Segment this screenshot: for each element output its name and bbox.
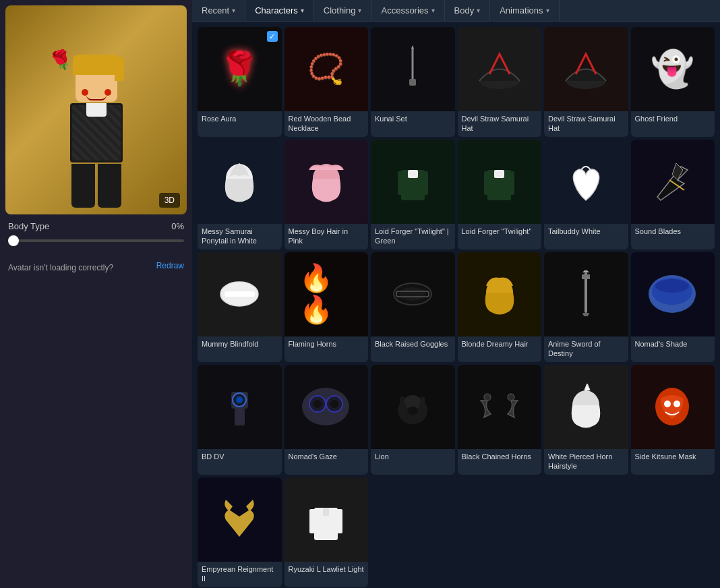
list-item[interactable]: 🌹 ✓ Rose Aura	[198, 27, 282, 137]
items-container[interactable]: 🌹 ✓ Rose Aura 📿 Red Wooden Bead Necklace…	[192, 22, 720, 588]
list-item[interactable]: 📿 Red Wooden Bead Necklace	[284, 27, 369, 137]
list-item[interactable]: Ryuzaki L Lawliet Light	[284, 477, 369, 587]
list-item[interactable]: Devil Straw Samurai Hat	[544, 27, 628, 137]
body-type-slider[interactable]	[8, 235, 184, 246]
item-image-area	[631, 365, 715, 449]
item-image-area	[458, 252, 542, 336]
list-item[interactable]: Mummy Blindfold	[198, 252, 282, 362]
list-item[interactable]: Black Raised Goggles	[371, 252, 455, 362]
item-image-area	[198, 365, 282, 449]
list-item[interactable]: Devil Straw Samurai Hat	[458, 27, 542, 137]
item-image	[646, 380, 700, 434]
nav-body-label: Body	[454, 5, 475, 16]
list-item[interactable]: Tailbuddy White	[544, 140, 628, 249]
svg-marker-1	[411, 45, 414, 49]
item-label: Devil Straw Samurai Hat	[458, 111, 542, 138]
redraw-button[interactable]: Redraw	[156, 261, 184, 270]
item-image-area	[544, 252, 628, 336]
list-item[interactable]: Black Chained Horns	[458, 365, 542, 475]
right-panel: Recent ▾ Characters ▾ Clothing ▾ Accesso…	[192, 0, 720, 588]
body-type-value: 0%	[171, 221, 184, 231]
svg-point-28	[236, 396, 243, 403]
item-label: Rose Aura	[198, 111, 282, 127]
svg-rect-14	[506, 171, 514, 195]
nav-recent-chevron: ▾	[232, 7, 235, 14]
item-image: 📿	[299, 42, 353, 96]
item-image	[473, 267, 527, 321]
list-item[interactable]: BD DV	[198, 365, 282, 475]
svg-rect-20	[396, 291, 429, 297]
svg-point-25	[655, 279, 689, 293]
item-image-area	[198, 477, 282, 562]
nav-item-body[interactable]: Body ▾	[445, 0, 491, 21]
nav-item-animations[interactable]: Animations ▾	[490, 0, 559, 21]
avatar-error-section: Avatar isn't loading correctly? Redraw	[5, 261, 187, 273]
item-image	[299, 380, 353, 434]
list-item[interactable]: Kunai Set	[371, 27, 455, 137]
item-label: Devil Straw Samurai Hat	[544, 111, 628, 138]
slider-thumb[interactable]	[8, 235, 19, 246]
list-item[interactable]: Empyrean Reignment II	[198, 477, 282, 587]
list-item[interactable]: Blonde Dreamy Hair	[458, 252, 542, 362]
svg-rect-9	[398, 171, 406, 195]
item-image: 👻	[646, 42, 700, 96]
list-item[interactable]: Messy Boy Hair in Pink	[284, 140, 369, 249]
svg-rect-12	[494, 170, 504, 178]
item-image	[559, 380, 613, 434]
item-label: Messy Boy Hair in Pink	[284, 224, 369, 250]
nav-item-recent[interactable]: Recent ▾	[192, 0, 245, 21]
item-image-area	[371, 252, 455, 336]
3d-button[interactable]: 3D	[159, 193, 180, 208]
item-image	[386, 42, 440, 96]
nav-item-characters[interactable]: Characters ▾	[245, 0, 314, 21]
svg-point-38	[508, 394, 514, 401]
nav-accessories-label: Accessories	[381, 5, 428, 16]
item-image	[299, 154, 353, 208]
nav-accessories-chevron: ▾	[431, 7, 435, 14]
body-type-section: Body Type 0%	[5, 214, 187, 253]
list-item[interactable]: Sound Blades	[631, 140, 715, 249]
item-label: Ryuzaki L Lawliet Light	[284, 562, 369, 578]
item-label: Blonde Dreamy Hair	[458, 336, 542, 353]
item-image	[212, 267, 266, 321]
item-label: Red Wooden Bead Necklace	[284, 111, 369, 138]
item-label: Ghost Friend	[631, 111, 715, 127]
item-label: Empyrean Reignment II	[198, 562, 282, 588]
item-image-area	[284, 365, 369, 449]
svg-rect-10	[420, 171, 428, 195]
list-item[interactable]: 🔥🔥 Flaming Horns	[284, 252, 369, 362]
list-item[interactable]: Lion	[371, 365, 455, 475]
item-label: Side Kitsune Mask	[631, 449, 715, 465]
list-item[interactable]: Nomad's Gaze	[284, 365, 369, 475]
item-image-area	[458, 365, 542, 449]
list-item[interactable]: 👻 Ghost Friend	[631, 27, 715, 137]
nav-item-accessories[interactable]: Accessories ▾	[371, 0, 444, 21]
item-label: Loid Forger "Twilight" | Green	[371, 224, 455, 250]
item-image-area: 🌹 ✓	[198, 27, 282, 111]
slider-track	[8, 239, 184, 242]
item-image: 🌹	[212, 42, 266, 96]
nav-animations-label: Animations	[500, 5, 543, 16]
list-item[interactable]: Loid Forger "Twilight" | Green	[371, 140, 455, 249]
item-label: White Pierced Horn Hairstyle	[544, 449, 628, 475]
list-item[interactable]: White Pierced Horn Hairstyle	[544, 365, 628, 475]
item-label: Mummy Blindfold	[198, 336, 282, 353]
item-image-area	[544, 365, 628, 449]
list-item[interactable]: Nomad's Shade	[631, 252, 715, 362]
item-label: Flaming Horns	[284, 336, 369, 353]
nav-item-clothing[interactable]: Clothing ▾	[314, 0, 372, 21]
item-label: Messy Samurai Ponytail in White	[198, 224, 282, 250]
item-label: Tailbuddy White	[544, 224, 628, 240]
item-image-area	[284, 140, 369, 224]
list-item[interactable]: Side Kitsune Mask	[631, 365, 715, 475]
item-image	[473, 154, 527, 208]
list-item[interactable]: Messy Samurai Ponytail in White	[198, 140, 282, 249]
list-item[interactable]: Loid Forger "Twilight"	[458, 140, 542, 249]
item-image	[299, 493, 353, 547]
item-label: Kunai Set	[371, 111, 455, 127]
list-item[interactable]: Anime Sword of Destiny	[544, 252, 628, 362]
item-image-area: 👻	[631, 27, 715, 111]
nav-characters-chevron: ▾	[301, 7, 304, 14]
body-type-label: Body Type	[8, 221, 49, 231]
nav-clothing-label: Clothing	[324, 5, 356, 16]
